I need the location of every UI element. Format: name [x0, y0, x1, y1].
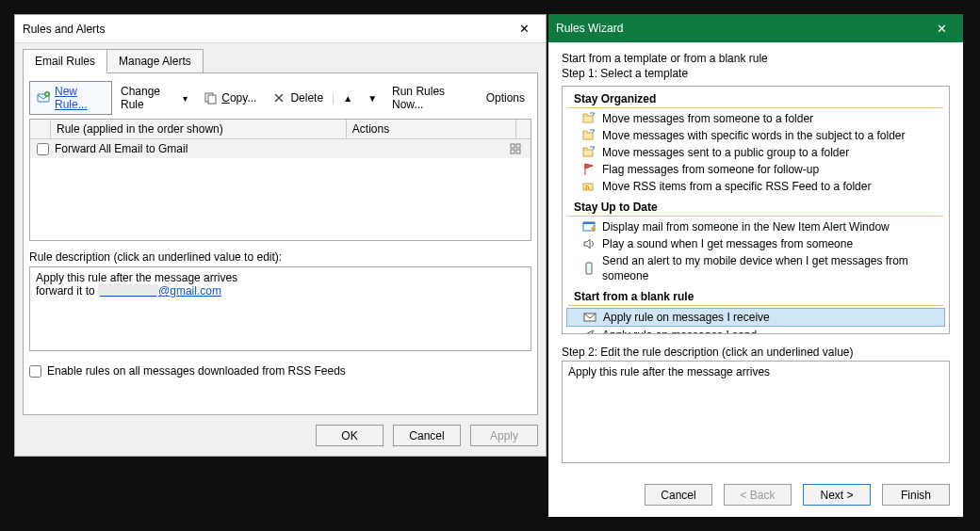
dropdown-icon: ▾ — [183, 93, 188, 104]
wizard-template-list: Stay OrganizedMove messages from someone… — [562, 86, 950, 334]
delete-icon — [271, 90, 286, 105]
mobile-icon — [581, 261, 596, 276]
forward-address-link[interactable]: xxxxxxxxxx@gmail.com — [98, 284, 221, 298]
wizard-intro: Start from a template or from a blank ru… — [562, 52, 950, 65]
tab-manage-alerts[interactable]: Manage Alerts — [106, 49, 204, 72]
svg-rect-4 — [511, 144, 514, 148]
rules-wizard-dialog: Rules Wizard ✕ Start from a template or … — [548, 14, 963, 517]
wizard-back-button[interactable]: < Back — [724, 484, 792, 506]
svg-rect-6 — [511, 150, 514, 153]
wizard-template-label: Display mail from someone in the New Ite… — [602, 219, 890, 234]
wizard-template-item[interactable]: Move messages from someone to a folder — [564, 110, 947, 127]
svg-rect-8 — [583, 116, 593, 122]
alert-window-icon — [581, 219, 596, 234]
copy-label: Copy... — [221, 91, 256, 105]
new-rule-button[interactable]: New Rule... — [29, 81, 112, 115]
wizard-template-label: Move RSS items from a specific RSS Feed … — [602, 179, 871, 194]
column-rule-header[interactable]: Rule (applied in the order shown) — [51, 120, 347, 138]
apply-button[interactable]: Apply — [470, 425, 538, 446]
svg-rect-7 — [516, 150, 520, 153]
folder-move-icon — [581, 128, 596, 143]
wizard-titlebar: Rules Wizard ✕ — [548, 14, 963, 42]
rss-move-icon — [581, 179, 596, 194]
run-rules-button[interactable]: Run Rules Now... — [385, 81, 478, 115]
rule-row[interactable]: Forward All Email to Gmail — [30, 139, 531, 158]
toolbar: New Rule... Change Rule ▾ Copy... De — [29, 79, 531, 119]
wizard-next-button[interactable]: Next > — [803, 484, 871, 506]
column-actions-header[interactable]: Actions — [347, 120, 515, 138]
up-icon: ▲ — [343, 93, 352, 104]
delete-label: Delete — [290, 91, 323, 105]
svg-rect-9 — [583, 133, 593, 139]
copy-button[interactable]: Copy... — [196, 87, 263, 109]
cancel-button[interactable]: Cancel — [393, 425, 461, 446]
svg-rect-16 — [587, 265, 591, 271]
wizard-template-label: Apply rule on messages I send — [602, 328, 757, 334]
svg-rect-3 — [208, 95, 216, 104]
wizard-category-header: Stay Up to Date — [568, 199, 943, 217]
flag-icon — [581, 162, 596, 177]
dialog-title: Rules and Alerts — [23, 23, 503, 36]
rule-list: Rule (applied in the order shown) Action… — [29, 119, 531, 241]
wizard-title: Rules Wizard — [556, 22, 921, 35]
ok-button[interactable]: OK — [316, 425, 384, 446]
svg-point-12 — [585, 187, 587, 189]
sound-icon — [581, 236, 596, 251]
move-down-button[interactable]: ▼ — [361, 89, 384, 107]
change-rule-button[interactable]: Change Rule ▾ — [114, 81, 194, 115]
svg-rect-10 — [583, 150, 593, 156]
wizard-template-label: Play a sound when I get messages from so… — [602, 236, 853, 251]
rss-checkbox[interactable] — [29, 365, 41, 378]
rule-name: Forward All Email to Gmail — [55, 142, 356, 155]
svg-rect-5 — [516, 144, 520, 148]
folder-move-icon — [581, 111, 596, 126]
tab-content: New Rule... Change Rule ▾ Copy... De — [23, 72, 538, 415]
wizard-template-item[interactable]: Move RSS items from a specific RSS Feed … — [564, 178, 947, 195]
close-icon[interactable]: ✕ — [921, 14, 963, 42]
wizard-step1-label: Step 1: Select a template — [562, 67, 950, 80]
copy-icon — [203, 90, 218, 105]
wizard-template-item[interactable]: Move messages with specific words in the… — [564, 127, 947, 144]
change-rule-label: Change Rule — [121, 85, 179, 111]
move-up-button[interactable]: ▲ — [336, 89, 359, 107]
tab-email-rules[interactable]: Email Rules — [23, 49, 107, 73]
wizard-cancel-button[interactable]: Cancel — [645, 484, 712, 506]
wizard-template-item[interactable]: Play a sound when I get messages from so… — [564, 235, 947, 252]
wizard-template-label: Move messages with specific words in the… — [602, 128, 905, 143]
wizard-template-item[interactable]: Apply rule on messages I send — [564, 327, 947, 334]
wizard-template-label: Apply rule on messages I receive — [603, 310, 770, 325]
svg-rect-14 — [583, 222, 595, 224]
wizard-template-label: Send an alert to my mobile device when I… — [602, 253, 941, 283]
wizard-template-item[interactable]: Display mail from someone in the New Ite… — [564, 218, 947, 235]
rule-action-icon — [508, 141, 523, 156]
close-icon[interactable]: ✕ — [503, 15, 546, 43]
options-button[interactable]: Options — [480, 88, 531, 108]
folder-move-icon — [581, 145, 596, 160]
desc-line-2: forward it to xxxxxxxxxx@gmail.com — [36, 284, 525, 298]
envelope-in-icon — [582, 310, 597, 325]
wizard-category-header: Start from a blank rule — [568, 288, 943, 306]
rule-description-label: Rule description (click an underlined va… — [29, 250, 531, 264]
wizard-template-item[interactable]: Move messages sent to a public group to … — [564, 144, 947, 161]
wizard-template-item[interactable]: Flag messages from someone for follow-up — [564, 161, 947, 178]
wizard-finish-button[interactable]: Finish — [882, 484, 950, 506]
rule-description-box: Apply this rule after the message arrive… — [29, 266, 531, 351]
new-rule-label: New Rule... — [55, 85, 106, 111]
wizard-category-header: Stay Organized — [568, 90, 943, 108]
tab-bar: Email Rules Manage Alerts — [23, 49, 538, 72]
down-icon: ▼ — [368, 93, 377, 104]
wizard-template-item[interactable]: Apply rule on messages I receive — [566, 308, 945, 327]
wizard-template-label: Move messages from someone to a folder — [602, 111, 813, 126]
rule-checkbox[interactable] — [37, 143, 49, 155]
wizard-template-label: Flag messages from someone for follow-up — [602, 162, 819, 177]
wizard-step2-label: Step 2: Edit the rule description (click… — [562, 346, 950, 359]
new-rule-icon — [36, 90, 51, 105]
rss-checkbox-label: Enable rules on all messages downloaded … — [47, 364, 346, 378]
wizard-template-label: Move messages sent to a public group to … — [602, 145, 849, 160]
rules-and-alerts-dialog: Rules and Alerts ✕ Email Rules Manage Al… — [14, 14, 547, 457]
titlebar: Rules and Alerts ✕ — [15, 15, 546, 43]
step2-text: Apply this rule after the message arrive… — [568, 365, 770, 378]
delete-button[interactable]: Delete — [265, 87, 330, 109]
envelope-out-icon — [581, 328, 596, 334]
wizard-template-item[interactable]: Send an alert to my mobile device when I… — [564, 252, 947, 284]
